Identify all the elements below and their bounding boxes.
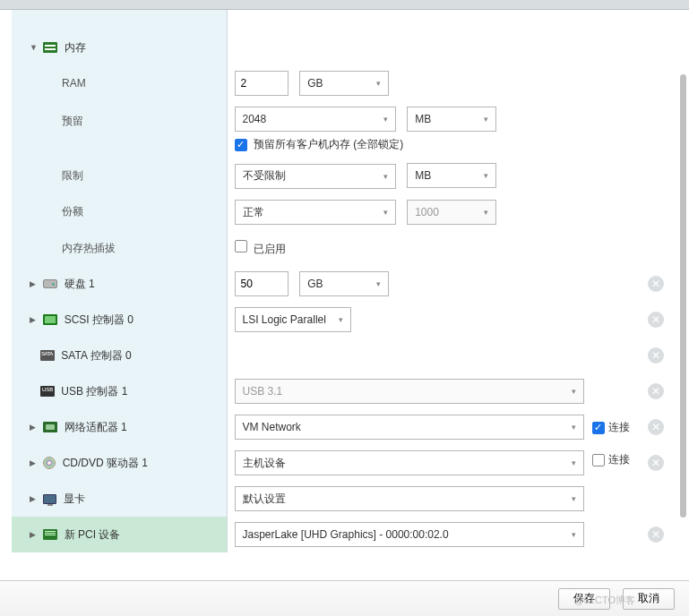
limit-label: 限制 xyxy=(12,158,227,194)
remove-scsi-button[interactable]: ✕ xyxy=(648,312,664,328)
chevron-right-icon: ▶ xyxy=(30,494,39,503)
memory-icon xyxy=(43,42,57,53)
pci-select[interactable]: JasperLake [UHD Graphics] - 0000:00:02.0… xyxy=(235,522,584,547)
caret-down-icon: ▾ xyxy=(484,115,488,124)
usb-row[interactable]: USB 控制器 1 xyxy=(12,373,227,409)
chevron-right-icon: ▶ xyxy=(30,458,39,467)
network-connect-label: 连接 xyxy=(608,420,630,435)
caret-down-icon: ▾ xyxy=(484,171,488,180)
pci-device-icon xyxy=(43,529,57,540)
pci-label: 新 PCI 设备 xyxy=(65,528,121,541)
window-titlebar xyxy=(0,0,689,10)
reserve-value-select[interactable]: 2048 ▾ xyxy=(235,107,396,132)
shares-num-value: 1000 xyxy=(415,206,439,218)
cddvd-row[interactable]: ▶ CD/DVD 驱动器 1 xyxy=(12,445,227,481)
caret-down-icon: ▾ xyxy=(572,494,576,503)
network-connect-checkbox[interactable]: ✓ xyxy=(592,422,605,434)
ram-unit-select[interactable]: GB ▾ xyxy=(299,71,389,96)
caret-down-icon: ▾ xyxy=(383,208,388,217)
caret-down-icon: ▾ xyxy=(572,423,576,432)
reserve-unit-select[interactable]: MB ▾ xyxy=(407,107,496,132)
memory-header-cell[interactable]: ▼ 内存 xyxy=(12,30,227,65)
limit-value: 不受限制 xyxy=(243,168,286,184)
scsi-label: SCSI 控制器 0 xyxy=(65,313,133,326)
memory-header-label: 内存 xyxy=(65,41,86,54)
caret-down-icon: ▾ xyxy=(572,458,576,467)
chevron-right-icon: ▶ xyxy=(30,530,39,539)
limit-value-select[interactable]: 不受限制 ▾ xyxy=(235,164,396,189)
shares-label: 份额 xyxy=(12,194,227,231)
chevron-right-icon: ▶ xyxy=(30,315,39,324)
caret-down-icon: ▾ xyxy=(383,172,388,181)
sata-label: SATA 控制器 0 xyxy=(61,349,131,362)
hdd-size-input[interactable] xyxy=(235,271,289,296)
remove-pci-button[interactable]: ✕ xyxy=(648,526,664,543)
display-label: 显卡 xyxy=(64,492,85,505)
scsi-type-value: LSI Logic Parallel xyxy=(243,313,326,326)
hdd-row[interactable]: ▶ 硬盘 1 xyxy=(12,266,227,302)
hotplug-checkbox[interactable] xyxy=(235,240,247,252)
remove-sata-button[interactable]: ✕ xyxy=(648,347,664,364)
hard-disk-icon xyxy=(43,279,57,288)
caret-down-icon: ▾ xyxy=(376,279,381,288)
reserve-unit-value: MB xyxy=(415,113,431,125)
scsi-controller-icon xyxy=(43,314,57,325)
caret-down-icon: ▾ xyxy=(376,79,381,88)
pci-value: JasperLake [UHD Graphics] - 0000:00:02.0 xyxy=(243,528,449,541)
network-row[interactable]: ▶ 网络适配器 1 xyxy=(12,409,227,445)
reserve-all-checkbox[interactable]: ✓ xyxy=(235,139,247,151)
network-select[interactable]: VM Network ▾ xyxy=(235,415,584,440)
cddvd-connect-checkbox[interactable] xyxy=(592,454,605,466)
vertical-scrollbar[interactable] xyxy=(680,74,686,518)
dialog-footer: 保存 取消 @51CTO博客 xyxy=(0,580,689,616)
hdd-label: 硬盘 1 xyxy=(65,278,95,290)
usb-type-value: USB 3.1 xyxy=(243,385,283,398)
hotplug-checkbox-label: 已启用 xyxy=(254,243,286,255)
sata-controller-icon xyxy=(40,350,55,361)
caret-down-icon: ▾ xyxy=(484,208,488,217)
remove-cddvd-button[interactable]: ✕ xyxy=(648,455,664,471)
hdd-unit-value: GB xyxy=(307,278,323,290)
display-row[interactable]: ▶ 显卡 xyxy=(12,481,227,517)
cancel-button[interactable]: 取消 xyxy=(623,588,675,610)
scsi-type-select[interactable]: LSI Logic Parallel ▾ xyxy=(235,307,351,332)
remove-usb-button[interactable]: ✕ xyxy=(648,383,664,399)
caret-down-icon: ▾ xyxy=(339,315,343,324)
usb-controller-icon xyxy=(40,386,55,397)
sata-row[interactable]: SATA 控制器 0 xyxy=(12,338,227,373)
hdd-unit-select[interactable]: GB ▾ xyxy=(299,271,389,296)
remove-network-button[interactable]: ✕ xyxy=(648,419,664,435)
hotplug-label: 内存热插拔 xyxy=(12,230,227,266)
caret-down-icon: ▾ xyxy=(572,387,576,396)
chevron-right-icon: ▶ xyxy=(30,279,39,288)
display-value: 默认设置 xyxy=(243,492,286,507)
caret-down-icon: ▾ xyxy=(383,115,388,124)
reserve-all-label: 预留所有客户机内存 (全部锁定) xyxy=(254,138,403,150)
cddvd-select[interactable]: 主机设备 ▾ xyxy=(235,450,584,475)
caret-down-icon: ▾ xyxy=(572,530,576,539)
cddvd-connect-label: 连接 xyxy=(608,452,630,467)
remove-hdd-button[interactable]: ✕ xyxy=(648,276,664,292)
display-select[interactable]: 默认设置 ▾ xyxy=(235,486,584,511)
form-area: ▼ 内存 RAM GB ▾ 预 xyxy=(0,10,689,580)
limit-unit-select[interactable]: MB ▾ xyxy=(407,163,496,188)
network-adapter-icon xyxy=(43,422,57,432)
ram-unit-value: GB xyxy=(307,77,323,90)
shares-value-select[interactable]: 正常 ▾ xyxy=(235,200,396,225)
reserve-label: 预留 xyxy=(12,101,227,158)
save-button[interactable]: 保存 xyxy=(558,588,610,610)
chevron-down-icon: ▼ xyxy=(30,43,39,52)
network-label: 网络适配器 1 xyxy=(65,421,127,433)
network-value: VM Network xyxy=(243,421,301,433)
shares-num-select: 1000 ▾ xyxy=(407,200,496,225)
usb-label: USB 控制器 1 xyxy=(61,385,127,398)
ram-input[interactable] xyxy=(235,71,289,96)
scsi-row[interactable]: ▶ SCSI 控制器 0 xyxy=(12,302,227,338)
cd-dvd-icon xyxy=(43,457,56,469)
cddvd-label: CD/DVD 驱动器 1 xyxy=(63,457,148,469)
ram-label: RAM xyxy=(12,65,227,101)
reserve-value: 2048 xyxy=(243,113,267,125)
pci-row[interactable]: ▶ 新 PCI 设备 xyxy=(12,517,227,552)
display-icon xyxy=(43,494,56,504)
usb-type-select[interactable]: USB 3.1 ▾ xyxy=(235,379,584,404)
